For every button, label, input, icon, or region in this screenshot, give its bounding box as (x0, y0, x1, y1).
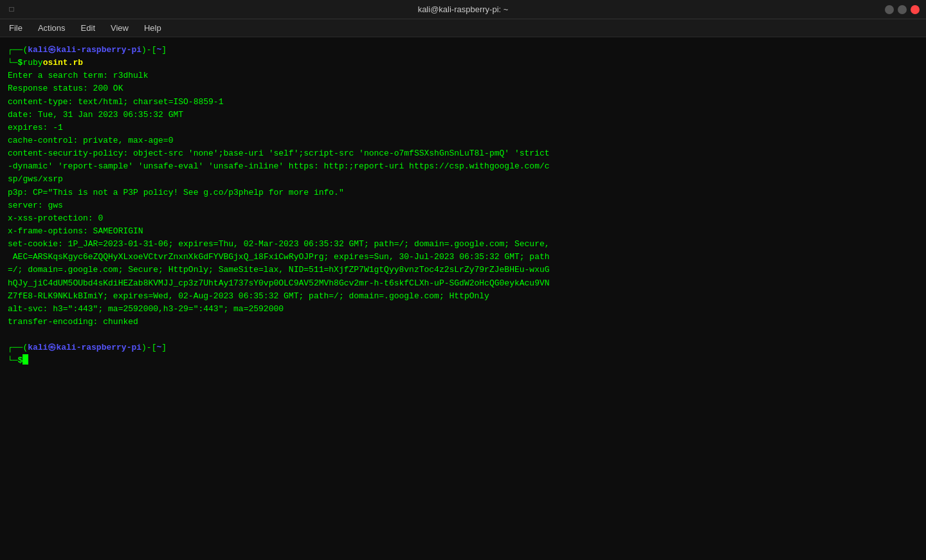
prompt-line-1: ┌──(kali㉿kali-raspberry-pi)-[~] (8, 44, 918, 57)
tree-bracket-4: ] (161, 341, 167, 354)
prompt-user-1: kali㉿kali-raspberry-pi (28, 44, 141, 57)
terminal-cursor (23, 354, 28, 365)
menu-view[interactable]: View (108, 22, 131, 34)
output-line-6: cache-control: private, max-age=0 (8, 134, 918, 147)
menu-file[interactable]: File (6, 22, 25, 34)
close-button[interactable] (911, 5, 920, 14)
blank-line (8, 329, 918, 341)
output-line-12: set-cookie: 1P_JAR=2023-01-31-06; expire… (8, 238, 918, 303)
tree-bottom-icon: └─ (8, 57, 18, 69)
output-line-4: date: Tue, 31 Jan 2023 06:35:32 GMT (8, 109, 918, 122)
output-line-3: content-type: text/html; charset=ISO-885… (8, 96, 918, 109)
prompt-cmd-line-2: └─$ (8, 354, 918, 367)
minimize-button[interactable] (885, 5, 894, 14)
output-line-14: transfer-encoding: chunked (8, 316, 918, 329)
tree-top-icon-2: ┌──( (8, 341, 28, 354)
menu-edit[interactable]: Edit (78, 22, 98, 34)
output-line-2: Response status: 200 OK (8, 82, 918, 95)
titlebar: □ kali@kali-raspberry-pi: ~ (0, 0, 926, 19)
prompt-user-2: kali㉿kali-raspberry-pi (28, 341, 141, 354)
tree-bottom-icon-2: └─ (8, 354, 18, 367)
output-line-10: x-xss-protection: 0 (8, 212, 918, 225)
menubar: File Actions Edit View Help (0, 19, 926, 37)
tree-bracket-2: ] (161, 44, 167, 57)
output-line-7: content-security-policy: object-src 'non… (8, 147, 918, 186)
prompt-dir-2: ~ (156, 341, 161, 354)
cmd-script: osint.rb (43, 57, 83, 69)
tree-top-icon: ┌──( (8, 44, 28, 57)
cmd-ruby: ruby (23, 57, 42, 69)
output-line-1: Enter a search term: r3dhulk (8, 69, 918, 82)
prompt-dollar-1: $ (18, 57, 23, 69)
output-line-8: p3p: CP="This is not a P3P policy! See g… (8, 186, 918, 199)
output-line-9: server: gws (8, 199, 918, 212)
tree-bracket-1: )-[ (141, 44, 156, 57)
tree-bracket-3: )-[ (141, 341, 156, 354)
output-line-5: expires: -1 (8, 122, 918, 134)
prompt-dollar-2: $ (18, 354, 23, 367)
window-title: kali@kali-raspberry-pi: ~ (418, 5, 509, 14)
window-icon: □ (6, 5, 17, 15)
prompt-cmd-line-1: └─$ ruby osint.rb (8, 57, 918, 69)
output-line-13: alt-svc: h3=":443"; ma=2592000,h3-29=":4… (8, 303, 918, 316)
terminal[interactable]: ┌──(kali㉿kali-raspberry-pi)-[~] └─$ ruby… (0, 37, 926, 560)
menu-help[interactable]: Help (141, 22, 164, 34)
output-line-11: x-frame-options: SAMEORIGIN (8, 225, 918, 238)
window-controls[interactable] (885, 5, 920, 14)
maximize-button[interactable] (898, 5, 907, 14)
menu-actions[interactable]: Actions (35, 22, 68, 34)
prompt-dir-1: ~ (156, 44, 161, 57)
prompt-line-2: ┌──(kali㉿kali-raspberry-pi)-[~] (8, 341, 918, 354)
